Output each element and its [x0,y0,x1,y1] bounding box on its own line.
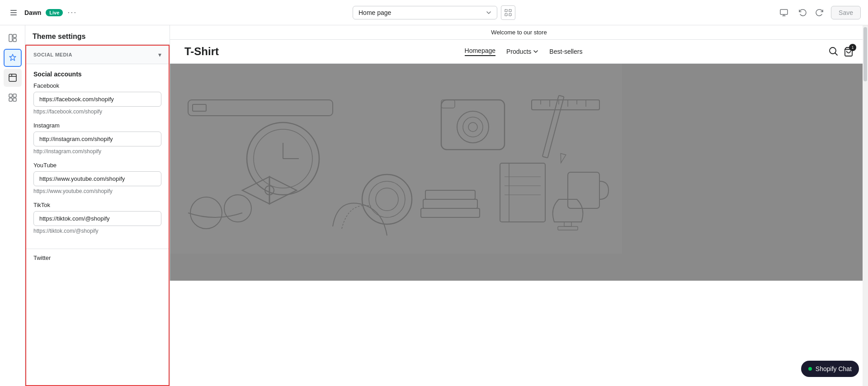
section-header-social-media[interactable]: SOCIAL MEDIA ▾ [26,46,169,64]
svg-rect-7 [780,9,788,14]
svg-rect-17 [13,98,16,101]
announcement-text: Welcome to our store [491,29,547,36]
youtube-input[interactable] [33,171,161,186]
desktop-view-button[interactable] [777,5,791,20]
store-logo: T-Shirt [184,45,219,58]
svg-rect-4 [509,9,511,12]
redo-button[interactable] [813,5,827,20]
search-button[interactable] [828,46,838,57]
svg-rect-0 [10,10,17,11]
redo-icon [816,8,825,17]
products-chevron-icon [533,49,538,54]
subsection-title: Social accounts [33,64,161,82]
topbar-left: Dawn Live ··· [7,6,98,19]
svg-rect-14 [9,94,12,97]
social-media-section: SOCIAL MEDIA ▾ Social accounts Facebook … [25,45,170,386]
customizer-icon [8,53,17,62]
svg-rect-9 [13,34,16,38]
facebook-input[interactable] [33,92,161,107]
tiktok-label: TikTok [33,202,161,208]
youtube-hint: https://www.youtube.com/shopify [33,188,161,194]
instagram-input[interactable] [33,132,161,146]
hero-illustration [170,64,622,254]
svg-rect-6 [509,14,511,16]
save-button[interactable]: Save [831,6,861,19]
nav-link-products[interactable]: Products [506,48,538,55]
settings-panel-header: Theme settings [25,25,170,45]
twitter-label: Twitter [26,249,169,267]
svg-rect-10 [13,38,16,42]
svg-rect-3 [505,9,507,12]
sections-icon [505,9,512,16]
undo-button[interactable] [795,5,809,20]
svg-rect-19 [170,64,622,254]
instagram-hint: http://instagram.com/shopify [33,148,161,155]
settings-panel: Theme settings SOCIAL MEDIA ▾ Social acc… [25,25,170,386]
store-nav: T-Shirt Homepage Products Best-sellers [170,40,868,64]
page-selector-dropdown[interactable]: Home page [353,6,497,19]
layout-icon [8,33,17,42]
nav-link-bestsellers[interactable]: Best-sellers [549,48,582,55]
instagram-label: Instagram [33,122,161,129]
preview-area: Welcome to our store T-Shirt Homepage Pr… [170,25,868,386]
search-icon [828,46,838,56]
store-nav-links: Homepage Products Best-sellers [465,47,583,56]
icon-sidebar [0,25,25,386]
svg-rect-8 [9,34,12,42]
svg-rect-1 [10,12,17,13]
svg-rect-11 [9,74,16,81]
store-hero-banner [170,64,868,281]
page-selector-value: Home page [359,9,391,16]
theme-settings-icon [8,73,17,82]
cart-badge: 1 [849,44,856,51]
nav-link-homepage[interactable]: Homepage [465,47,496,56]
chevron-down-icon [486,10,491,15]
topbar-more-button[interactable]: ··· [67,8,77,17]
app-blocks-icon [8,93,17,102]
section-chevron-icon: ▾ [158,51,161,58]
svg-rect-16 [9,98,12,101]
chat-widget[interactable]: Shopify Chat [801,361,859,377]
sidebar-item-layout[interactable] [4,29,22,47]
sidebar-item-theme-settings[interactable] [4,69,22,87]
svg-rect-15 [13,94,16,97]
facebook-label: Facebook [33,82,161,89]
topbar-right: Save [770,5,861,20]
live-status-badge: Live [46,9,63,16]
topbar: Dawn Live ··· Home page [0,0,868,25]
topbar-center: Home page [103,5,765,20]
grid-view-button[interactable] [501,5,515,20]
chat-online-dot [808,367,812,371]
youtube-form-group: YouTube https://www.youtube.com/shopify [33,162,161,194]
svg-rect-2 [10,14,17,15]
nav-products-label: Products [506,48,531,55]
desktop-icon [779,8,788,17]
tiktok-form-group: TikTok https://tiktok.com/@shopify [33,202,161,234]
section-header-title: SOCIAL MEDIA [33,52,72,57]
sidebar-toggle-button[interactable] [7,6,20,19]
youtube-label: YouTube [33,162,161,169]
undo-icon [797,8,807,17]
cart-button[interactable]: 1 [844,47,854,56]
facebook-hint: https://facebook.com/shopify [33,108,161,115]
theme-name-label: Dawn [24,9,41,16]
instagram-form-group: Instagram http://instagram.com/shopify [33,122,161,155]
main-layout: Theme settings SOCIAL MEDIA ▾ Social acc… [0,25,868,386]
store-nav-icons: 1 [828,46,854,57]
tiktok-input[interactable] [33,211,161,226]
store-announcement-bar: Welcome to our store [170,25,868,40]
preview-scrollbar[interactable] [863,25,868,386]
section-content: Social accounts Facebook https://faceboo… [26,64,169,249]
sidebar-item-app-blocks[interactable] [4,89,22,107]
svg-rect-5 [505,14,507,16]
chat-label: Shopify Chat [816,365,852,372]
tiktok-hint: https://tiktok.com/@shopify [33,228,161,234]
settings-panel-title: Theme settings [33,33,162,41]
preview-frame: Welcome to our store T-Shirt Homepage Pr… [170,25,868,386]
facebook-form-group: Facebook https://facebook.com/shopify [33,82,161,115]
sidebar-item-customizer[interactable] [4,49,22,67]
preview-scrollbar-thumb [863,27,867,81]
